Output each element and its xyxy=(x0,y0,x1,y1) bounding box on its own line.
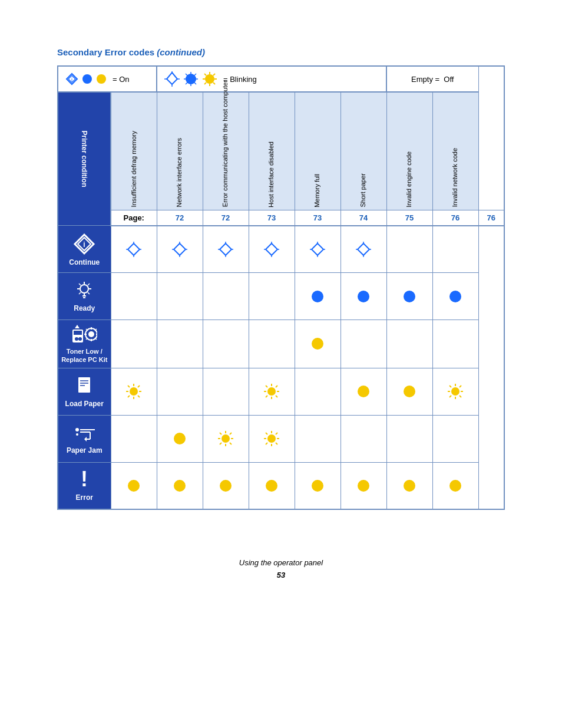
load-paper-col6 xyxy=(340,368,386,415)
error-row: ! Error xyxy=(58,462,504,509)
svg-point-81 xyxy=(88,331,94,337)
svg-line-17 xyxy=(194,74,196,75)
error-col8 xyxy=(432,462,478,509)
page-numbers-row: Page: 72 72 73 73 74 75 76 76 xyxy=(58,210,504,226)
continue-col6 xyxy=(340,226,386,273)
footer: Using the operator panel 53 xyxy=(57,557,505,582)
svg-point-61 xyxy=(80,285,88,293)
yellow-sun-blink-icon xyxy=(217,430,234,447)
svg-line-15 xyxy=(186,74,187,75)
svg-point-114 xyxy=(358,386,369,397)
svg-line-150 xyxy=(266,443,267,444)
svg-line-138 xyxy=(220,433,222,434)
svg-line-148 xyxy=(276,443,277,444)
paper-jam-col1 xyxy=(111,415,157,462)
blue-circle-icon xyxy=(311,290,324,303)
load-paper-col7 xyxy=(386,368,432,415)
svg-line-110 xyxy=(266,386,267,387)
svg-marker-31 xyxy=(128,243,140,255)
diamond-blink-icon xyxy=(172,242,187,257)
svg-line-68 xyxy=(88,284,90,285)
svg-marker-46 xyxy=(266,243,277,255)
ready-condition-cell: Ready xyxy=(58,273,111,320)
svg-point-153 xyxy=(174,480,186,492)
error-col2 xyxy=(157,462,203,509)
error-codes-table: i = On xyxy=(57,65,505,510)
load-paper-col1 xyxy=(111,368,157,415)
col3-header: Error communicating with the host comput… xyxy=(222,80,229,207)
ready-col7 xyxy=(386,273,432,320)
diamond-on-icon: i xyxy=(65,73,78,85)
svg-point-133 xyxy=(222,434,230,443)
paper-jam-row: Paper Jam xyxy=(58,415,504,462)
blue-circle-blink-legend-icon xyxy=(183,71,199,87)
svg-point-74 xyxy=(404,291,415,302)
svg-point-75 xyxy=(449,291,461,302)
blue-circle-icon xyxy=(449,290,462,303)
svg-point-125 xyxy=(75,428,79,431)
svg-point-152 xyxy=(128,480,140,492)
svg-line-139 xyxy=(230,443,232,444)
svg-rect-92 xyxy=(78,377,90,393)
svg-line-16 xyxy=(194,83,196,84)
svg-point-154 xyxy=(220,480,232,492)
col3-page: 73 xyxy=(249,210,295,226)
svg-line-102 xyxy=(138,396,140,397)
svg-point-115 xyxy=(404,386,415,397)
svg-line-112 xyxy=(276,386,277,387)
continue-col5 xyxy=(295,226,340,273)
error-col3 xyxy=(203,462,249,509)
printer-condition-header: Printer condition xyxy=(80,95,88,223)
col8-header: Invalid network code xyxy=(451,148,459,207)
diamond-blink-icon xyxy=(218,242,233,257)
yellow-circle-icon xyxy=(173,479,186,492)
toner-col3 xyxy=(203,320,249,368)
yellow-sun-blink-legend-icon xyxy=(202,71,217,87)
yellow-circle-icon xyxy=(127,479,140,492)
blue-circle-on-icon xyxy=(82,74,92,84)
svg-point-96 xyxy=(130,387,138,396)
load-paper-icon xyxy=(74,375,95,397)
svg-point-4 xyxy=(97,74,106,84)
col6-header: Short paper xyxy=(359,173,367,207)
toner-icon xyxy=(71,324,97,345)
load-paper-col3 xyxy=(203,368,249,415)
svg-point-79 xyxy=(78,337,82,341)
section-title: Secondary Error codes (continued) xyxy=(57,47,505,57)
yellow-circle-icon xyxy=(311,479,324,492)
col1-header: Insufficient defrag memory xyxy=(130,131,138,207)
load-paper-col8 xyxy=(432,368,478,415)
continue-col4 xyxy=(249,226,295,273)
svg-line-27 xyxy=(204,83,206,84)
svg-line-67 xyxy=(88,292,90,294)
svg-point-132 xyxy=(174,433,186,444)
ready-col4 xyxy=(249,273,295,320)
yellow-sun-blink-icon xyxy=(447,383,464,400)
yellow-circle-icon xyxy=(357,385,370,398)
load-paper-condition-cell: Load Paper xyxy=(58,368,111,415)
ready-col1 xyxy=(111,273,157,320)
svg-line-103 xyxy=(138,386,140,387)
col6-page: 75 xyxy=(386,210,432,226)
legend-row: i = On xyxy=(58,66,504,92)
svg-point-156 xyxy=(312,480,323,492)
continue-col2 xyxy=(157,226,203,273)
svg-line-140 xyxy=(230,433,232,434)
load-paper-col2 xyxy=(157,368,203,415)
error-col4 xyxy=(249,462,295,509)
paper-jam-condition-cell: Paper Jam xyxy=(58,415,111,462)
continue-row: i Continue xyxy=(58,226,504,273)
yellow-sun-blink-icon xyxy=(263,430,280,447)
error-icon: ! xyxy=(75,470,93,491)
svg-point-105 xyxy=(267,387,276,396)
diamond-blink-icon xyxy=(310,242,325,257)
toner-col8 xyxy=(432,320,478,368)
continue-col3 xyxy=(203,226,249,273)
yellow-circle-on-icon xyxy=(96,74,107,84)
ready-col6 xyxy=(340,273,386,320)
svg-point-19 xyxy=(205,74,214,84)
svg-marker-41 xyxy=(220,243,232,255)
error-col6 xyxy=(340,462,386,509)
svg-point-158 xyxy=(404,480,415,492)
svg-marker-5 xyxy=(167,73,177,84)
